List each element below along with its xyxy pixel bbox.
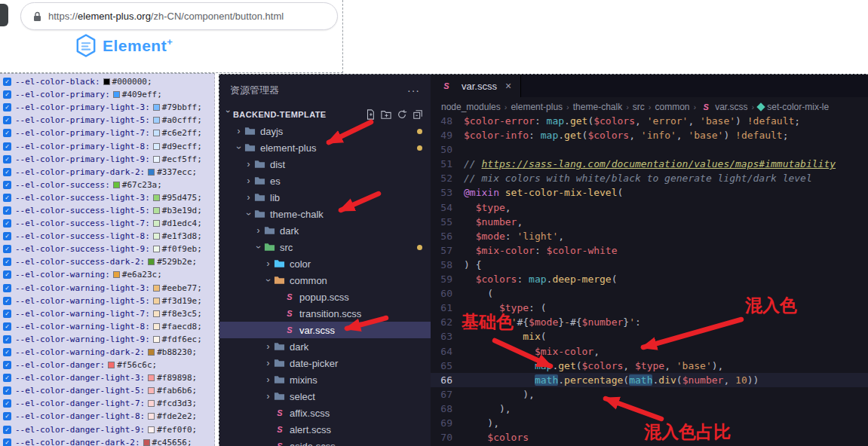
checkbox[interactable]: ✓ <box>3 399 11 408</box>
code-line-65[interactable]: 65 map.get($colors, $type, 'base'), <box>431 359 868 373</box>
checkbox[interactable]: ✓ <box>3 219 11 228</box>
workspace-section-header[interactable]: › BACKEND-TEMPLATE <box>219 106 431 123</box>
checkbox[interactable]: ✓ <box>3 361 11 369</box>
code-line-52[interactable]: 52// mix colors with white/black to gene… <box>431 171 868 185</box>
checkbox[interactable]: ✓ <box>3 206 11 215</box>
color-swatch[interactable] <box>153 246 160 252</box>
line-number[interactable]: 56 <box>431 229 464 243</box>
breadcrumb-item-src[interactable]: src <box>633 102 645 112</box>
refresh-icon[interactable] <box>397 109 407 120</box>
tree-item-transition-scss[interactable]: ›Stransition.scss <box>219 305 431 322</box>
checkbox[interactable]: ✓ <box>3 168 11 176</box>
code-area[interactable]: 48$color-error: map.get($colors, 'error'… <box>431 114 868 444</box>
tree-item-dark[interactable]: ›dark <box>219 222 431 239</box>
checkbox[interactable]: ✓ <box>3 284 11 292</box>
checkbox[interactable]: ✓ <box>3 78 11 86</box>
checkbox[interactable]: ✓ <box>3 194 11 202</box>
line-number[interactable]: 58 <box>431 258 464 272</box>
checkbox[interactable]: ✓ <box>3 232 11 240</box>
checkbox[interactable]: ✓ <box>3 181 11 189</box>
tree-item-es[interactable]: ›es <box>219 173 431 189</box>
color-swatch[interactable] <box>148 349 155 356</box>
color-swatch[interactable] <box>113 271 120 278</box>
code-line-57[interactable]: 57 $mix-color: $color-white <box>431 243 868 258</box>
tree-item-popup-scss[interactable]: ›Spopup.scss <box>219 289 431 305</box>
new-file-icon[interactable] <box>365 109 376 120</box>
color-swatch[interactable] <box>148 413 155 420</box>
line-number[interactable]: 69 <box>431 416 464 430</box>
code-line-54[interactable]: 54 $type, <box>431 200 868 215</box>
breadcrumb-item-node_modules[interactable]: node_modules <box>441 102 501 112</box>
code-line-58[interactable]: 58) { <box>431 258 868 272</box>
checkbox[interactable]: ✓ <box>3 245 11 253</box>
color-swatch[interactable] <box>148 169 155 176</box>
line-number[interactable]: 60 <box>431 286 464 301</box>
tree-item-affix-scss[interactable]: ›Saffix.scss <box>219 405 431 421</box>
tree-item-element-plus[interactable]: ›element-plus <box>219 139 431 156</box>
breadcrumb-item-common[interactable]: common <box>655 102 690 112</box>
close-tab-icon[interactable]: × <box>505 80 511 92</box>
collapse-all-icon[interactable] <box>413 109 423 120</box>
color-swatch[interactable] <box>148 426 155 433</box>
color-swatch[interactable] <box>148 258 155 265</box>
checkbox[interactable]: ✓ <box>3 438 11 446</box>
tree-item-select[interactable]: ›select <box>219 388 431 405</box>
code-line-66[interactable]: 66 math.percentage(math.div($number, 10)… <box>431 373 868 387</box>
line-number[interactable]: 67 <box>431 387 464 402</box>
tree-item-dist[interactable]: ›dist <box>219 156 431 173</box>
line-number[interactable]: 50 <box>431 142 464 157</box>
color-swatch[interactable] <box>153 220 160 227</box>
line-number[interactable]: 54 <box>431 200 464 215</box>
line-number[interactable]: 49 <box>431 128 464 142</box>
tree-item-theme-chalk[interactable]: ›theme-chalk <box>219 206 431 222</box>
more-actions-icon[interactable]: ··· <box>407 84 420 96</box>
code-line-69[interactable]: 69 ), <box>431 416 868 430</box>
line-number[interactable]: 61 <box>431 301 464 315</box>
color-swatch[interactable] <box>153 285 160 292</box>
line-number[interactable]: 59 <box>431 272 464 286</box>
code-line-53[interactable]: 53@mixin set-color-mix-level( <box>431 185 868 200</box>
color-swatch[interactable] <box>148 400 155 407</box>
checkbox[interactable]: ✓ <box>3 129 11 137</box>
color-swatch[interactable] <box>153 156 160 163</box>
breadcrumb-item-theme-chalk[interactable]: theme-chalk <box>573 102 622 112</box>
code-line-55[interactable]: 55 $number, <box>431 215 868 229</box>
color-swatch[interactable] <box>108 362 115 368</box>
tree-item-var-scss[interactable]: ›Svar.scss <box>219 322 431 338</box>
code-line-49[interactable]: 49$color-info: map.get($colors, 'info', … <box>431 128 868 142</box>
checkbox[interactable]: ✓ <box>3 386 11 395</box>
code-line-60[interactable]: 60 ( <box>431 286 868 301</box>
checkbox[interactable]: ✓ <box>3 90 11 99</box>
color-swatch[interactable] <box>153 194 160 201</box>
code-line-67[interactable]: 67 ), <box>431 387 868 402</box>
color-swatch[interactable] <box>153 143 160 150</box>
color-swatch[interactable] <box>153 336 160 343</box>
checkbox[interactable]: ✓ <box>3 116 11 124</box>
line-number[interactable]: 53 <box>431 185 464 200</box>
color-swatch[interactable] <box>153 310 160 317</box>
tree-item-date-picker[interactable]: ›date-picker <box>219 355 431 371</box>
code-line-62[interactable]: 62 '#{$mode}-#{$number}': <box>431 315 868 329</box>
breadcrumb-item-set-color-mix-le[interactable]: set-color-mix-le <box>758 102 829 112</box>
tree-item-src[interactable]: ›src <box>219 239 431 255</box>
checkbox[interactable]: ✓ <box>3 270 11 279</box>
line-number[interactable]: 62 <box>431 315 464 329</box>
code-line-51[interactable]: 51// https://sass-lang.com/documentation… <box>431 157 868 171</box>
color-swatch[interactable] <box>153 298 160 304</box>
color-swatch[interactable] <box>143 439 150 446</box>
checkbox[interactable]: ✓ <box>3 322 11 331</box>
checkbox[interactable]: ✓ <box>3 412 11 420</box>
line-number[interactable]: 52 <box>431 171 464 185</box>
checkbox[interactable]: ✓ <box>3 374 11 382</box>
color-swatch[interactable] <box>103 78 110 85</box>
breadcrumb-item-element-plus[interactable]: element-plus <box>511 102 563 112</box>
line-number[interactable]: 57 <box>431 243 464 258</box>
color-swatch[interactable] <box>153 233 160 240</box>
tree-item-dark[interactable]: ›dark <box>219 338 431 355</box>
tree-item-common[interactable]: ›common <box>219 272 431 289</box>
color-swatch[interactable] <box>113 91 120 98</box>
color-swatch[interactable] <box>148 374 155 381</box>
code-line-63[interactable]: 63 mix( <box>431 329 868 344</box>
code-line-50[interactable]: 50 <box>431 142 868 157</box>
checkbox[interactable]: ✓ <box>3 426 11 434</box>
